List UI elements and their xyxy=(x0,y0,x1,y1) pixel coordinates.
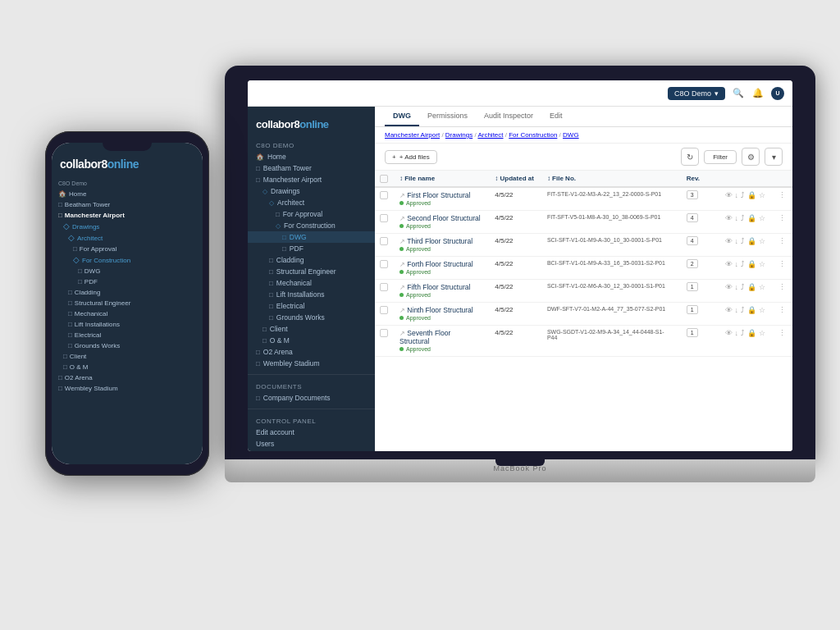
bell-icon[interactable]: 🔔 xyxy=(751,87,765,100)
sidebar-item-structural[interactable]: □ Structural Engineer xyxy=(248,266,375,277)
sidebar-item-edit-account[interactable]: Edit account xyxy=(248,427,375,438)
tab-edit[interactable]: Edit xyxy=(541,107,571,126)
sidebar-item-drawings[interactable]: ◇ Drawings xyxy=(248,185,375,197)
eye-icon[interactable]: 👁 xyxy=(725,191,733,199)
sidebar-item-users[interactable]: Users xyxy=(248,438,375,450)
add-files-button[interactable]: + + Add files xyxy=(385,150,437,164)
share-icon[interactable]: ⤴ xyxy=(741,260,745,268)
phone-home[interactable]: 🏠 Home xyxy=(52,189,203,199)
sidebar-item-mechanical[interactable]: □ Mechanical xyxy=(248,277,375,289)
tab-dwg[interactable]: DWG xyxy=(385,107,419,126)
row-checkbox-1[interactable] xyxy=(380,214,388,222)
download-icon[interactable]: ↓ xyxy=(735,191,739,199)
lock-icon[interactable]: 🔒 xyxy=(747,329,756,337)
sidebar-item-for-construction[interactable]: ◇ For Construction xyxy=(248,220,375,231)
row-checkbox-4[interactable] xyxy=(380,283,388,291)
star-icon[interactable]: ☆ xyxy=(759,283,765,291)
sidebar-item-company-docs[interactable]: □ Company Documents xyxy=(248,392,375,404)
phone-pdf[interactable]: □ PDF xyxy=(52,276,203,287)
breadcrumb-for-construction[interactable]: For Construction xyxy=(509,131,557,139)
avatar[interactable]: U xyxy=(771,87,784,100)
sidebar-item-architect[interactable]: ◇ Architect xyxy=(248,197,375,208)
eye-icon[interactable]: 👁 xyxy=(725,237,733,245)
select-all-checkbox[interactable] xyxy=(380,175,388,183)
sidebar-item-client[interactable]: □ Client xyxy=(248,323,375,335)
phone-architect[interactable]: ◇ Architect xyxy=(52,232,203,244)
phone-beatham[interactable]: □ Beatham Tower xyxy=(52,199,203,210)
phone-for-approval[interactable]: □ For Approval xyxy=(52,244,203,254)
share-icon[interactable]: ⤴ xyxy=(741,306,745,314)
filter-button[interactable]: Filter xyxy=(704,150,737,164)
search-icon[interactable]: 🔍 xyxy=(732,87,745,100)
phone-client[interactable]: □ Client xyxy=(52,351,203,362)
sidebar-item-grounds[interactable]: □ Grounds Works xyxy=(248,312,375,323)
eye-icon[interactable]: 👁 xyxy=(725,329,733,337)
sidebar-item-lift[interactable]: □ Lift Installations xyxy=(248,289,375,300)
star-icon[interactable]: ☆ xyxy=(759,306,765,314)
sidebar-item-cladding[interactable]: □ Cladding xyxy=(248,254,375,266)
phone-drawings[interactable]: ◇ Drawings xyxy=(52,221,203,232)
more-icon[interactable]: ⋮ xyxy=(778,237,786,245)
eye-icon[interactable]: 👁 xyxy=(725,283,733,291)
sidebar-item-dwg[interactable]: □ DWG xyxy=(248,231,375,243)
download-icon[interactable]: ↓ xyxy=(735,237,739,245)
breadcrumb-dwg[interactable]: DWG xyxy=(563,131,579,139)
chevron-down-button[interactable]: ▾ xyxy=(765,148,783,166)
download-icon[interactable]: ↓ xyxy=(735,306,739,314)
phone-manchester[interactable]: □ Manchester Airport xyxy=(52,210,203,221)
sidebar-item-wembley[interactable]: □ Wembley Stadium xyxy=(248,358,375,369)
download-icon[interactable]: ↓ xyxy=(735,329,739,337)
phone-for-construction[interactable]: ◇ For Construction xyxy=(52,254,203,266)
more-icon[interactable]: ⋮ xyxy=(778,260,786,268)
phone-wembley[interactable]: □ Wembley Stadium xyxy=(52,383,203,394)
settings-button[interactable]: ⚙ xyxy=(742,148,760,166)
download-icon[interactable]: ↓ xyxy=(735,283,739,291)
share-icon[interactable]: ⤴ xyxy=(741,283,745,291)
eye-icon[interactable]: 👁 xyxy=(725,214,733,222)
share-icon[interactable]: ⤴ xyxy=(741,237,745,245)
more-icon[interactable]: ⋮ xyxy=(778,329,786,337)
share-icon[interactable]: ⤴ xyxy=(741,214,745,222)
breadcrumb-drawings[interactable]: Drawings xyxy=(445,131,472,139)
more-icon[interactable]: ⋮ xyxy=(778,306,786,314)
lock-icon[interactable]: 🔒 xyxy=(747,237,756,245)
sidebar-item-add-user[interactable]: Add user xyxy=(248,450,375,451)
lock-icon[interactable]: 🔒 xyxy=(747,191,756,199)
user-menu-button[interactable]: C8O Demo ▾ xyxy=(668,87,725,100)
share-icon[interactable]: ⤴ xyxy=(741,191,745,199)
breadcrumb-manchester[interactable]: Manchester Airport xyxy=(385,131,440,139)
download-icon[interactable]: ↓ xyxy=(735,214,739,222)
row-checkbox-2[interactable] xyxy=(380,237,388,245)
lock-icon[interactable]: 🔒 xyxy=(747,214,756,222)
phone-mechanical[interactable]: □ Mechanical xyxy=(52,308,203,319)
sidebar-item-o2[interactable]: □ O2 Arena xyxy=(248,346,375,358)
more-icon[interactable]: ⋮ xyxy=(778,214,786,222)
row-checkbox-6[interactable] xyxy=(380,329,388,337)
tab-permissions[interactable]: Permissions xyxy=(419,107,476,126)
phone-structural[interactable]: □ Structural Engineer xyxy=(52,298,203,308)
breadcrumb-architect[interactable]: Architect xyxy=(477,131,503,139)
sidebar-item-pdf[interactable]: □ PDF xyxy=(248,243,375,254)
lock-icon[interactable]: 🔒 xyxy=(747,260,756,268)
sidebar-item-om[interactable]: □ O & M xyxy=(248,335,375,346)
more-icon[interactable]: ⋮ xyxy=(778,283,786,291)
tab-audit[interactable]: Audit Inspector xyxy=(476,107,541,126)
phone-om[interactable]: □ O & M xyxy=(52,362,203,372)
row-checkbox-0[interactable] xyxy=(380,191,388,199)
phone-dwg[interactable]: □ DWG xyxy=(52,266,203,276)
star-icon[interactable]: ☆ xyxy=(759,329,765,337)
download-icon[interactable]: ↓ xyxy=(735,260,739,268)
star-icon[interactable]: ☆ xyxy=(759,191,765,199)
sidebar-item-manchester[interactable]: □ Manchester Airport xyxy=(248,174,375,185)
phone-o2-arena[interactable]: □ O2 Arena xyxy=(52,372,203,383)
star-icon[interactable]: ☆ xyxy=(759,237,765,245)
refresh-button[interactable]: ↻ xyxy=(681,148,699,166)
row-checkbox-3[interactable] xyxy=(380,260,388,268)
phone-grounds[interactable]: □ Grounds Works xyxy=(52,340,203,351)
eye-icon[interactable]: 👁 xyxy=(725,260,733,268)
lock-icon[interactable]: 🔒 xyxy=(747,306,756,314)
phone-electrical[interactable]: □ Electrical xyxy=(52,330,203,340)
row-checkbox-5[interactable] xyxy=(380,306,388,314)
lock-icon[interactable]: 🔒 xyxy=(747,283,756,291)
sidebar-item-for-approval[interactable]: □ For Approval xyxy=(248,208,375,220)
